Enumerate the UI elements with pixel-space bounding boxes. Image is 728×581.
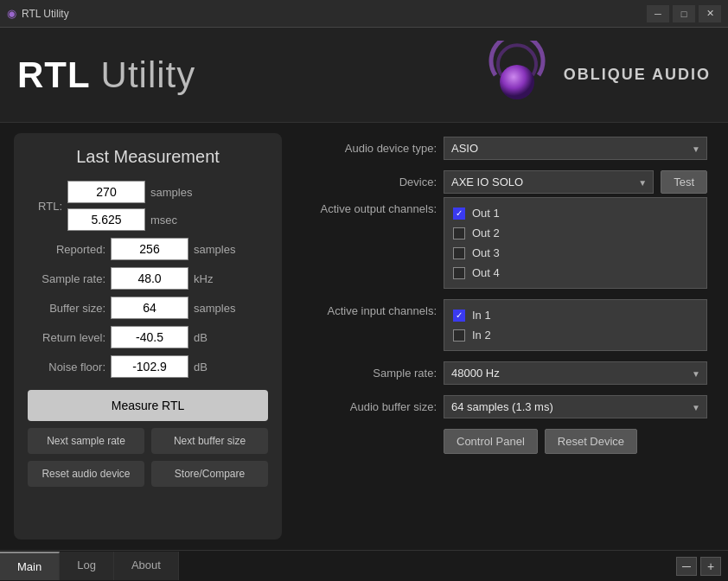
test-button[interactable]: Test [661, 170, 707, 194]
channel-name: Out 3 [472, 246, 500, 259]
noise-floor-label: Noise floor: [28, 361, 105, 374]
right-sample-rate-wrapper: 48000 Hz ▼ [444, 361, 707, 385]
audio-buffer-size-label: Audio buffer size: [303, 400, 437, 413]
audio-device-type-wrapper: ASIO ▼ [444, 137, 707, 160]
return-level-row: Return level: -40.5 dB [28, 326, 268, 348]
app-title: RTL Utility [17, 54, 195, 96]
buffer-size-value: 64 [111, 297, 188, 319]
svg-point-0 [500, 65, 534, 99]
title-bar: ◉ RTL Utility ─ □ ✕ [0, 0, 728, 28]
input-channel-item[interactable]: In 1 [444, 305, 706, 325]
input-channel-item[interactable]: In 2 [444, 325, 706, 345]
audio-buffer-size-select[interactable]: 64 samples (1.3 ms) [444, 395, 707, 418]
right-sample-rate-select[interactable]: 48000 Hz [444, 361, 707, 385]
main-content: Last Measurement RTL: 270 samples 5.625 … [0, 123, 728, 550]
return-level-label: Return level: [28, 331, 105, 344]
reported-unit: samples [194, 243, 237, 256]
rtl-group: RTL: 270 samples 5.625 msec [28, 181, 268, 231]
tab-log[interactable]: Log [60, 552, 114, 580]
brand-icon [482, 41, 552, 110]
brand-logo: OBLIQUE AUDIO [482, 41, 711, 110]
sample-rate-value: 48.0 [111, 267, 188, 290]
output-channel-item[interactable]: Out 4 [444, 263, 706, 283]
next-sample-rate-button[interactable]: Next sample rate [28, 428, 144, 454]
output-channel-item[interactable]: Out 3 [444, 243, 706, 263]
channel-checkbox [453, 267, 465, 279]
sample-rate-label: Sample rate: [28, 272, 105, 285]
audio-device-type-label: Audio device type: [303, 142, 437, 155]
title-bar-left: ◉ RTL Utility [7, 7, 69, 20]
channel-name: In 2 [472, 329, 491, 342]
sample-buffer-row: Next sample rate Next buffer size [28, 428, 268, 454]
tab-bar: MainLogAbout ─ + [0, 550, 728, 581]
reported-label: Reported: [28, 243, 105, 256]
audio-device-type-row: Audio device type: ASIO ▼ [303, 137, 707, 160]
device-wrapper: AXE IO SOLO ▼ [444, 170, 654, 194]
rtl-ms-value: 5.625 [67, 208, 145, 231]
tab-main[interactable]: Main [0, 552, 60, 580]
buffer-size-row: Buffer size: 64 samples [28, 297, 268, 319]
buffer-size-label: Buffer size: [28, 302, 105, 315]
reset-store-row: Reset audio device Store/Compare [28, 461, 268, 487]
device-row: Device: AXE IO SOLO ▼ Test [303, 170, 707, 194]
device-select[interactable]: AXE IO SOLO [444, 170, 654, 194]
reset-device-button[interactable]: Reset Device [545, 429, 637, 454]
brand-name: OBLIQUE AUDIO [564, 66, 711, 84]
title-utility: Utility [101, 54, 196, 95]
audio-device-type-select[interactable]: ASIO [444, 137, 707, 160]
panel-title: Last Measurement [28, 147, 268, 167]
channel-checkbox [453, 208, 465, 220]
app-header: RTL Utility OBLIQUE AUDIO [0, 28, 728, 123]
tab-plus-button[interactable]: + [700, 557, 721, 576]
output-channels-row: Active output channels: Out 1Out 2Out 3O… [303, 197, 707, 289]
control-panel-button[interactable]: Control Panel [444, 429, 538, 454]
device-label: Device: [303, 176, 437, 188]
rtl-samples-unit: samples [150, 186, 189, 199]
channel-name: In 1 [472, 309, 491, 322]
channel-checkbox [453, 247, 465, 259]
store-compare-button[interactable]: Store/Compare [151, 461, 268, 487]
output-channel-item[interactable]: Out 2 [444, 223, 706, 243]
output-channels-dropdown: Out 1Out 2Out 3Out 4 [444, 197, 707, 289]
return-level-value: -40.5 [111, 326, 188, 348]
tab-minus-button[interactable]: ─ [676, 557, 697, 576]
noise-floor-unit: dB [194, 361, 237, 374]
tab-controls: ─ + [676, 557, 728, 576]
minimize-button[interactable]: ─ [647, 5, 669, 22]
title-rtl: RTL [17, 54, 101, 95]
next-buffer-size-button[interactable]: Next buffer size [151, 428, 268, 454]
rtl-samples-value: 270 [67, 181, 145, 203]
noise-floor-row: Noise floor: -102.9 dB [28, 355, 268, 378]
maximize-button[interactable]: □ [673, 5, 695, 22]
channel-checkbox [453, 329, 465, 342]
rtl-ms-unit: msec [150, 214, 189, 227]
right-panel: Audio device type: ASIO ▼ Device: AXE IO… [296, 133, 714, 540]
sample-rate-row: Sample rate: 48.0 kHz [28, 267, 268, 290]
tabs-left: MainLogAbout [0, 552, 179, 580]
reported-value: 256 [111, 238, 188, 260]
app-icon: ◉ [7, 7, 16, 20]
input-channels-label: Active input channels: [303, 299, 437, 317]
measure-rtl-button[interactable]: Measure RTL [28, 390, 268, 421]
return-level-unit: dB [194, 331, 237, 344]
right-sample-rate-row: Sample rate: 48000 Hz ▼ [303, 361, 707, 385]
input-channels-dropdown: In 1In 2 [444, 299, 707, 351]
title-bar-controls: ─ □ ✕ [647, 5, 721, 22]
output-channels-label: Active output channels: [303, 197, 437, 215]
reset-audio-device-button[interactable]: Reset audio device [28, 461, 144, 487]
rtl-label: RTL: [28, 200, 62, 213]
audio-buffer-size-row: Audio buffer size: 64 samples (1.3 ms) ▼ [303, 395, 707, 418]
close-button[interactable]: ✕ [699, 5, 721, 22]
channel-checkbox [453, 310, 465, 322]
left-panel: Last Measurement RTL: 270 samples 5.625 … [14, 133, 282, 540]
channel-name: Out 4 [472, 266, 500, 279]
audio-buffer-size-wrapper: 64 samples (1.3 ms) ▼ [444, 395, 707, 418]
channel-checkbox [453, 227, 465, 239]
buffer-size-unit: samples [194, 302, 237, 315]
output-channel-item[interactable]: Out 1 [444, 203, 706, 223]
noise-floor-value: -102.9 [111, 355, 188, 378]
reported-row: Reported: 256 samples [28, 238, 268, 260]
channel-name: Out 1 [472, 207, 500, 220]
tab-about[interactable]: About [114, 552, 179, 580]
channel-name: Out 2 [472, 227, 500, 239]
